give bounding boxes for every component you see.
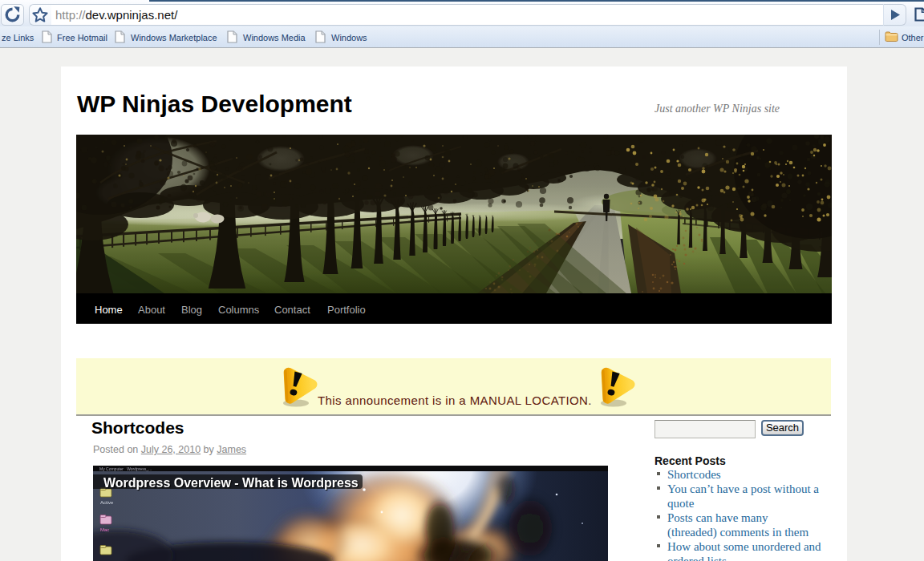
svg-text:Active: Active bbox=[100, 500, 114, 505]
svg-text:My Computer Wordpress_...: My Computer Wordpress_... bbox=[99, 466, 152, 471]
svg-text:Mac: Mac bbox=[100, 527, 109, 532]
